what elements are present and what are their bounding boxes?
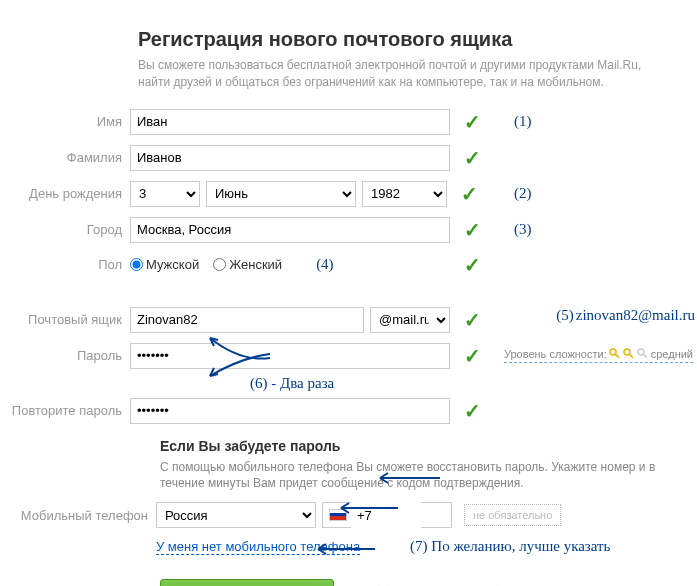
city-label: Город	[0, 222, 130, 237]
annotation-6: (6) - Два раза	[250, 375, 334, 392]
country-select[interactable]: Россия	[156, 502, 316, 528]
checkmark-icon: ✓	[462, 146, 482, 170]
checkmark-icon: ✓	[462, 253, 482, 277]
day-select[interactable]: 3	[130, 181, 200, 207]
gender-label: Пол	[0, 257, 130, 272]
annotation-7: (7) По желанию, лучше указать	[410, 538, 610, 555]
month-select[interactable]: Июнь	[206, 181, 356, 207]
checkmark-icon: ✓	[462, 110, 482, 134]
phone-input-wrap[interactable]	[322, 502, 452, 528]
page-title: Регистрация нового почтового ящика	[138, 28, 667, 51]
phone-input[interactable]	[351, 502, 421, 528]
key-icon	[637, 348, 649, 360]
mobile-label: Мобильный телефон	[0, 508, 156, 523]
year-select[interactable]: 1982	[362, 181, 447, 207]
annotation-4: (4)	[316, 256, 334, 273]
no-phone-link[interactable]: У меня нет мобильного телефона	[156, 539, 360, 555]
annotation-2: (2)	[514, 185, 532, 202]
annotation-5: (5)zinovan82@mail.ru	[556, 307, 695, 324]
checkmark-icon: ✓	[462, 218, 482, 242]
checkmark-icon: ✓	[459, 182, 479, 206]
mailbox-input[interactable]	[130, 307, 364, 333]
gender-male-radio[interactable]: Мужской	[130, 257, 199, 272]
page-subtitle: Вы сможете пользоваться бесплатной элект…	[138, 57, 667, 91]
optional-badge: не обязательно	[464, 504, 561, 526]
password-input[interactable]	[130, 343, 450, 369]
repeat-password-label: Повторите пароль	[0, 403, 130, 418]
name-input[interactable]	[130, 109, 450, 135]
name-label: Имя	[0, 114, 130, 129]
checkmark-icon: ✓	[462, 308, 482, 332]
forgot-text: С помощью мобильного телефона Вы сможете…	[160, 459, 667, 493]
password-label: Пароль	[0, 348, 130, 363]
password-strength: Уровень сложности: средний	[504, 348, 693, 363]
key-icon	[609, 348, 621, 360]
checkmark-icon: ✓	[462, 344, 482, 368]
flag-icon	[329, 509, 347, 521]
annotation-3: (3)	[514, 221, 532, 238]
repeat-password-input[interactable]	[130, 398, 450, 424]
gender-female-radio[interactable]: Женский	[213, 257, 282, 272]
register-button[interactable]: Зарегистрироваться	[160, 579, 334, 586]
forgot-title: Если Вы забудете пароль	[160, 438, 667, 454]
surname-input[interactable]	[130, 145, 450, 171]
surname-label: Фамилия	[0, 150, 130, 165]
domain-select[interactable]: @mail.ru	[370, 307, 450, 333]
annotation-1: (1)	[514, 113, 532, 130]
checkmark-icon: ✓	[462, 399, 482, 423]
birthday-label: День рождения	[0, 186, 130, 201]
mailbox-label: Почтовый ящик	[0, 312, 130, 327]
key-icon	[623, 348, 635, 360]
city-input[interactable]	[130, 217, 450, 243]
